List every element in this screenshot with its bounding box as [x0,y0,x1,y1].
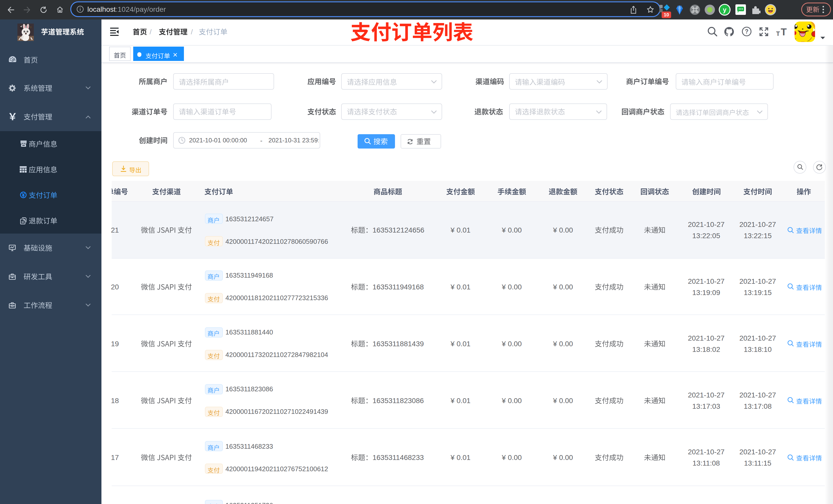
svg-text:y: y [723,6,727,13]
svg-text:?: ? [745,28,748,35]
